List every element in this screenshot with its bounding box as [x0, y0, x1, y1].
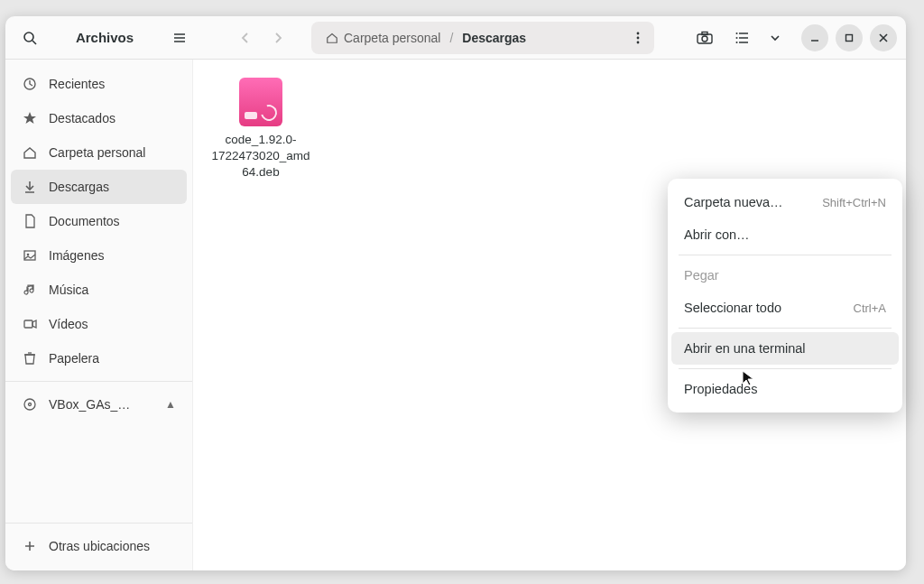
sidebar-item-home[interactable]: Carpeta personal: [5, 135, 192, 170]
sidebar-item-vbox[interactable]: VBox_GAs_… ▲: [5, 387, 192, 422]
app-title: Archivos: [54, 30, 155, 45]
clock-icon: [22, 76, 38, 92]
view-list-button[interactable]: [727, 23, 758, 53]
deb-package-icon: [239, 78, 282, 126]
breadcrumb-parent-label: Carpeta personal: [344, 31, 440, 45]
eject-icon[interactable]: ▲: [165, 398, 176, 411]
sidebar-item-destacados[interactable]: Destacados: [5, 101, 192, 135]
sidebar-item-recientes[interactable]: Recientes: [5, 67, 192, 101]
svg-point-15: [736, 37, 738, 39]
video-icon: [22, 316, 38, 332]
sidebar-item-other-locations[interactable]: Otras ubicaciones: [5, 529, 192, 563]
menu-item-label: Seleccionar todo: [684, 301, 781, 315]
menu-open-terminal[interactable]: Abrir en una terminal: [671, 332, 899, 365]
svg-line-1: [32, 41, 36, 44]
chevron-right-icon: [272, 32, 284, 44]
sidebar-item-label: Otras ubicaciones: [49, 539, 150, 553]
menu-separator: [679, 368, 892, 369]
sidebar-item-label: Papelera: [49, 351, 99, 366]
screenshot-button[interactable]: [689, 23, 720, 53]
camera-icon: [697, 31, 713, 45]
svg-point-7: [637, 41, 640, 43]
sidebar-item-label: Música: [49, 283, 88, 297]
svg-point-0: [24, 32, 33, 42]
menu-separator: [679, 328, 892, 329]
home-icon: [326, 32, 338, 44]
menu-item-label: Abrir con…: [684, 227, 750, 242]
path-menu-button[interactable]: [627, 32, 649, 44]
maximize-icon: [844, 32, 855, 43]
sidebar-separator: [5, 523, 192, 524]
svg-point-9: [702, 36, 707, 42]
svg-rect-27: [24, 320, 32, 328]
breadcrumb-current[interactable]: Descargas: [453, 31, 535, 45]
minimize-button[interactable]: [801, 24, 828, 51]
menu-item-label: Abrir en una terminal: [684, 341, 806, 356]
music-icon: [22, 282, 38, 298]
plus-icon: [22, 538, 38, 554]
menu-item-label: Carpeta nueva…: [684, 195, 783, 209]
minimize-icon: [809, 32, 820, 43]
list-icon: [735, 32, 750, 44]
sidebar-item-label: VBox_GAs_…: [49, 397, 130, 412]
search-button[interactable]: [14, 23, 45, 53]
sidebar-item-videos[interactable]: Vídeos: [5, 307, 192, 341]
menu-open-with[interactable]: Abrir con…: [671, 218, 899, 251]
file-item[interactable]: code_1.92.0-1722473020_amd64.deb: [211, 78, 310, 181]
sidebar-item-label: Recientes: [49, 77, 105, 91]
menu-new-folder[interactable]: Carpeta nueva… Shift+Ctrl+N: [671, 186, 899, 218]
menu-select-all[interactable]: Seleccionar todo Ctrl+A: [671, 292, 899, 324]
sidebar-separator: [5, 381, 192, 382]
kebab-icon: [636, 32, 640, 44]
sidebar-item-label: Vídeos: [49, 317, 88, 331]
menu-item-label: Propiedades: [684, 382, 757, 396]
download-icon: [22, 179, 38, 195]
sidebar: Recientes Destacados Carpeta personal De…: [5, 60, 193, 570]
svg-point-32: [29, 403, 32, 406]
sidebar-item-label: Descargas: [49, 180, 109, 194]
close-button[interactable]: [870, 24, 897, 51]
document-icon: [22, 213, 38, 229]
menu-properties[interactable]: Propiedades: [671, 373, 899, 405]
svg-point-6: [637, 36, 640, 39]
trash-icon: [22, 350, 38, 366]
forward-button[interactable]: [263, 23, 293, 53]
sidebar-item-musica[interactable]: Música: [5, 273, 192, 307]
svg-marker-28: [32, 320, 36, 328]
header-bar: Archivos: [5, 16, 906, 60]
menu-item-accel: Ctrl+A: [854, 301, 886, 315]
sidebar-item-papelera[interactable]: Papelera: [5, 341, 192, 375]
back-button[interactable]: [230, 23, 261, 53]
file-label: code_1.92.0-1722473020_amd64.deb: [211, 132, 310, 181]
svg-point-16: [736, 42, 738, 43]
sidebar-item-label: Documentos: [49, 214, 120, 228]
sidebar-item-documentos[interactable]: Documentos: [5, 204, 192, 238]
search-icon: [23, 31, 37, 45]
svg-point-26: [27, 254, 30, 256]
svg-point-14: [736, 32, 738, 34]
sidebar-item-label: Imágenes: [49, 248, 104, 263]
svg-rect-10: [702, 32, 707, 34]
breadcrumb-parent[interactable]: Carpeta personal: [317, 31, 449, 45]
sidebar-item-imagenes[interactable]: Imágenes: [5, 238, 192, 273]
star-icon: [22, 110, 38, 126]
disc-icon: [22, 396, 38, 413]
menu-item-label: Pegar: [684, 268, 719, 283]
chevron-left-icon: [239, 32, 252, 44]
hamburger-icon: [172, 31, 187, 45]
hamburger-button[interactable]: [164, 23, 195, 53]
image-icon: [22, 247, 38, 264]
menu-paste: Pegar: [671, 259, 899, 292]
close-icon: [878, 32, 889, 43]
home-icon: [22, 144, 38, 161]
sidebar-item-descargas[interactable]: Descargas: [11, 170, 187, 204]
maximize-button[interactable]: [836, 24, 863, 51]
path-bar[interactable]: Carpeta personal / Descargas: [311, 22, 654, 54]
sidebar-item-label: Destacados: [49, 111, 116, 125]
view-dropdown-button[interactable]: [760, 23, 790, 53]
svg-marker-22: [23, 112, 36, 124]
menu-separator: [679, 255, 892, 255]
chevron-down-icon: [770, 32, 781, 43]
context-menu: Carpeta nueva… Shift+Ctrl+N Abrir con… P…: [668, 179, 902, 413]
sidebar-item-label: Carpeta personal: [49, 145, 145, 160]
